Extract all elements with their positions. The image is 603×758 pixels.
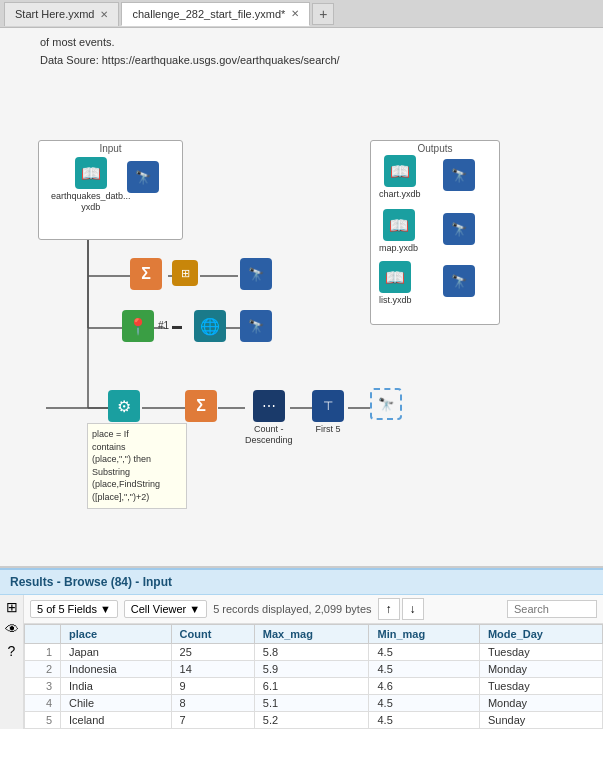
node-list-db[interactable]: 📖 list.yxdb [379, 261, 412, 306]
nav-buttons: ↑ ↓ [378, 598, 424, 620]
canvas-text-line2: Data Soure: https://earthquake.usgs.gov/… [40, 54, 480, 66]
col-record [25, 625, 61, 644]
nav-up-button[interactable]: ↑ [378, 598, 400, 620]
chart-db-icon: 📖 [384, 155, 416, 187]
formula-text: place = If contains (place,",") then Sub… [92, 429, 160, 502]
tab-challenge[interactable]: challenge_282_start_file.yxmd* ✕ [121, 2, 310, 26]
node-filter-bottom[interactable]: ⚙ [108, 390, 140, 422]
node-browse-map[interactable]: 🔭 [443, 213, 475, 245]
cell-min-mag: 4.6 [369, 678, 479, 695]
cell-max-mag: 6.1 [254, 678, 369, 695]
first5-icon: ⊤ [312, 390, 344, 422]
map-db-icon: 📖 [383, 209, 415, 241]
results-header: Results - Browse (84) - Input [0, 570, 603, 595]
node-count[interactable]: ⋯ Count -Descending [245, 390, 293, 446]
node-geo[interactable]: 📍 [122, 310, 154, 342]
node-browse3[interactable]: 🔭 [240, 310, 272, 342]
cell-mode-day: Sunday [479, 712, 602, 729]
cell-min-mag: 4.5 [369, 661, 479, 678]
cell-min-mag: 4.5 [369, 644, 479, 661]
cell-viewer-button[interactable]: Cell Viewer ▼ [124, 600, 207, 618]
node-browse-chart[interactable]: 🔭 [443, 159, 475, 191]
tab-close-start[interactable]: ✕ [100, 9, 108, 20]
table-row: 2 Indonesia 14 5.9 4.5 Monday [25, 661, 603, 678]
table-row: 3 India 9 6.1 4.6 Tuesday [25, 678, 603, 695]
canvas-area: of most events. Data Soure: https://eart… [0, 28, 603, 568]
results-table: place Count Max_mag Min_mag Mode_Day 1 J… [24, 624, 603, 729]
viewer-label: Cell Viewer [131, 603, 186, 615]
cell-max-mag: 5.1 [254, 695, 369, 712]
node-globe[interactable]: 🌐 [194, 310, 226, 342]
info-text: 5 records displayed, 2,099 bytes [213, 603, 371, 615]
help-icon[interactable]: ? [8, 643, 16, 659]
fields-button[interactable]: 5 of 5 Fields ▼ [30, 600, 118, 618]
cell-count: 7 [171, 712, 254, 729]
cell-record: 5 [25, 712, 61, 729]
tab-add-button[interactable]: + [312, 3, 334, 25]
node-browse2[interactable]: 🔭 [240, 258, 272, 290]
cell-max-mag: 5.9 [254, 661, 369, 678]
search-input[interactable] [507, 600, 597, 618]
outputs-box: Outputs 📖 chart.yxdb 🔭 📖 map.yxdb 🔭 📖 li… [370, 140, 500, 325]
table-row: 1 Japan 25 5.8 4.5 Tuesday [25, 644, 603, 661]
node-summarize[interactable]: Σ [130, 258, 162, 290]
browse-chart-icon: 🔭 [443, 159, 475, 191]
results-toolbar: 5 of 5 Fields ▼ Cell Viewer ▼ 5 records … [24, 595, 603, 624]
input-box: Input 📖 earthquakes_datb...yxdb 🔭 [38, 140, 183, 240]
results-table-container: place Count Max_mag Min_mag Mode_Day 1 J… [24, 624, 603, 729]
hash-label: #1 ▬ [158, 320, 182, 331]
cell-record: 1 [25, 644, 61, 661]
col-count: Count [171, 625, 254, 644]
globe-icon: 🌐 [194, 310, 226, 342]
nav-down-button[interactable]: ↓ [402, 598, 424, 620]
node-browse-list[interactable]: 🔭 [443, 265, 475, 297]
cell-place: Chile [61, 695, 172, 712]
cell-place: Indonesia [61, 661, 172, 678]
browse-map-icon: 🔭 [443, 213, 475, 245]
cell-max-mag: 5.2 [254, 712, 369, 729]
cell-record: 3 [25, 678, 61, 695]
grid-icon[interactable]: ⊞ [6, 599, 18, 615]
cell-min-mag: 4.5 [369, 712, 479, 729]
cell-count: 25 [171, 644, 254, 661]
cell-record: 4 [25, 695, 61, 712]
cell-mode-day: Monday [479, 695, 602, 712]
table-row: 5 Iceland 7 5.2 4.5 Sunday [25, 712, 603, 729]
node-browse-input[interactable]: 🔭 [127, 161, 159, 193]
browse3-icon: 🔭 [240, 310, 272, 342]
cell-count: 14 [171, 661, 254, 678]
viewer-dropdown-icon: ▼ [189, 603, 200, 615]
eye-icon[interactable]: 👁 [5, 621, 19, 637]
node-chart-db[interactable]: 📖 chart.yxdb [379, 155, 421, 200]
results-panel: Results - Browse (84) - Input ⊞ 👁 ? 5 of… [0, 568, 603, 758]
filter-bottom-icon: ⚙ [108, 390, 140, 422]
formula-box: place = If contains (place,",") then Sub… [87, 423, 187, 509]
node-earthquakes-db[interactable]: 📖 earthquakes_datb...yxdb [51, 157, 131, 213]
input-box-title: Input [39, 141, 182, 156]
canvas-text-line1: of most events. [40, 36, 480, 48]
node-summarize2[interactable]: Σ [185, 390, 217, 422]
left-strip: ⊞ 👁 ? [0, 595, 24, 729]
fields-label: 5 of 5 Fields [37, 603, 97, 615]
node-map-db[interactable]: 📖 map.yxdb [379, 209, 418, 254]
cell-max-mag: 5.8 [254, 644, 369, 661]
tab-start-here[interactable]: Start Here.yxmd ✕ [4, 2, 119, 26]
tab-close-challenge[interactable]: ✕ [291, 8, 299, 19]
tab-label-active: challenge_282_start_file.yxmd* [132, 8, 285, 20]
cell-min-mag: 4.5 [369, 695, 479, 712]
node-sort[interactable]: ⊞ [172, 260, 198, 286]
browse-list-icon: 🔭 [443, 265, 475, 297]
tab-label: Start Here.yxmd [15, 8, 94, 20]
cell-count: 9 [171, 678, 254, 695]
cell-place: Iceland [61, 712, 172, 729]
table-row: 4 Chile 8 5.1 4.5 Monday [25, 695, 603, 712]
cell-place: Japan [61, 644, 172, 661]
cell-place: India [61, 678, 172, 695]
sort-icon: ⊞ [172, 260, 198, 286]
fields-dropdown-icon: ▼ [100, 603, 111, 615]
node-first5[interactable]: ⊤ First 5 [312, 390, 344, 435]
node-browse-final[interactable]: 🔭 [370, 388, 402, 420]
summarize-icon: Σ [130, 258, 162, 290]
col-mode-day: Mode_Day [479, 625, 602, 644]
earthquakes-icon: 📖 [75, 157, 107, 189]
